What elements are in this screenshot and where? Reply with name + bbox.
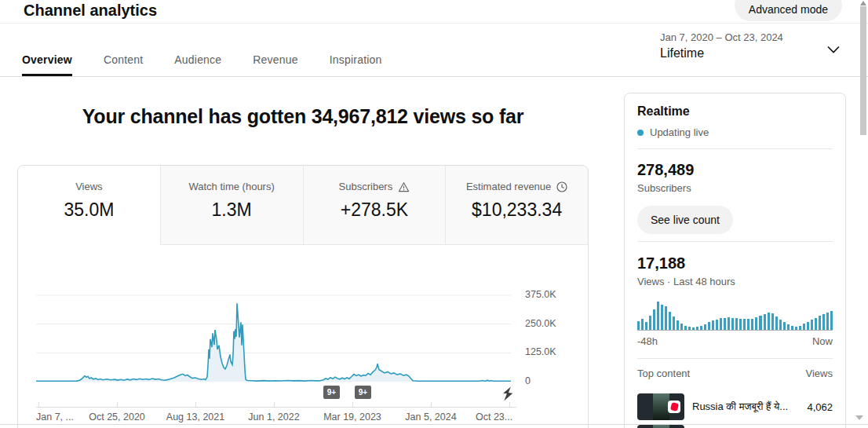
views-line-chart[interactable]	[36, 284, 511, 382]
realtime-bar	[688, 327, 691, 330]
metric-label: Estimated revenue	[466, 181, 551, 192]
realtime-bar	[783, 322, 786, 330]
realtime-bar	[739, 319, 742, 330]
realtime-bar	[669, 312, 671, 330]
scrollbar-thumb[interactable]	[860, 6, 866, 135]
date-range-picker[interactable]: Jan 7, 2020 – Oct 23, 2024 Lifetime	[660, 31, 842, 60]
realtime-bar	[716, 320, 718, 330]
realtime-views-label: Views · Last 48 hours	[637, 276, 735, 287]
realtime-bar	[759, 316, 761, 330]
tab-inspiration[interactable]: Inspiration	[330, 53, 382, 76]
x-axis-label: Jun 1, 2022	[248, 412, 299, 423]
realtime-bar	[665, 306, 667, 330]
divider	[637, 241, 833, 242]
tab-overview[interactable]: Overview	[22, 53, 72, 76]
video-views: 4,062	[807, 401, 833, 413]
scrollbar-up-arrow[interactable]	[860, 1, 866, 5]
realtime-bar	[641, 319, 644, 330]
realtime-bar	[720, 318, 722, 330]
live-dot-icon	[637, 130, 644, 136]
y-axis-label: 375.0K	[525, 289, 556, 300]
see-live-count-button[interactable]: See live count	[637, 206, 733, 234]
realtime-bar	[731, 318, 734, 330]
metric-label: Watch time (hours)	[188, 181, 274, 192]
metric-label: Views	[75, 181, 102, 192]
date-range-text: Jan 7, 2020 – Oct 23, 2024	[660, 31, 842, 43]
warning-icon	[398, 181, 410, 192]
realtime-bar	[755, 317, 757, 330]
realtime-bar	[795, 327, 797, 330]
y-axis-label: 0	[525, 375, 531, 386]
realtime-bar	[811, 320, 813, 330]
realtime-bar	[747, 319, 749, 330]
realtime-bar	[787, 324, 790, 330]
top-content-row-partial[interactable]	[637, 425, 833, 428]
realtime-bar	[768, 313, 770, 330]
realtime-bar	[692, 327, 695, 330]
realtime-bar	[673, 316, 675, 330]
shorts-icon[interactable]	[501, 386, 514, 402]
tab-revenue[interactable]: Revenue	[253, 53, 297, 76]
metric-card-subscribers[interactable]: Subscribers+278.5K	[303, 166, 446, 245]
realtime-bar	[637, 321, 640, 330]
realtime-bar	[728, 317, 730, 330]
realtime-bar	[791, 326, 793, 330]
realtime-bar	[708, 322, 710, 330]
tab-audience[interactable]: Audience	[174, 53, 221, 76]
headline: Your channel has gotten 34,967,812 views…	[17, 105, 589, 128]
metric-value: $10,233.34	[472, 199, 562, 221]
realtime-bar	[677, 320, 679, 330]
video-thumbnail[interactable]	[637, 425, 684, 428]
chart-event-badge[interactable]: 9+	[323, 386, 340, 399]
metric-value: 35.0M	[64, 199, 114, 221]
realtime-bar-chart[interactable]	[637, 300, 833, 331]
metric-card-views[interactable]: Views35.0M	[18, 166, 160, 245]
realtime-card: Realtime Updating live 278,489 Subscribe…	[624, 93, 846, 428]
realtime-bar	[653, 309, 655, 330]
advanced-mode-button[interactable]: Advanced mode	[735, 0, 842, 21]
video-thumbnail[interactable]	[637, 393, 684, 420]
scroll-caret-icon	[855, 415, 863, 420]
y-axis-label: 250.0K	[525, 318, 556, 329]
divider	[637, 148, 833, 149]
realtime-status-label: Updating live	[650, 126, 709, 138]
realtime-bar	[764, 314, 766, 330]
metric-strip: Views35.0MWatch time (hours)1.3MSubscrib…	[18, 166, 588, 245]
realtime-bar	[657, 302, 659, 330]
x-axis-label: Oct 23...	[476, 412, 512, 423]
y-axis-label: 125.0K	[525, 346, 556, 357]
realtime-status: Updating live	[637, 126, 709, 138]
realtime-bar	[799, 326, 801, 330]
divider	[637, 358, 833, 359]
overview-analytics-card: Views35.0MWatch time (hours)1.3MSubscrib…	[17, 165, 589, 428]
realtime-bar	[743, 319, 746, 330]
realtime-bar	[775, 316, 778, 330]
clock-icon	[556, 181, 567, 192]
realtime-bar	[819, 316, 821, 330]
realtime-title: Realtime	[637, 104, 690, 119]
axis-left-label: -48h	[637, 335, 658, 347]
chart-event-badge[interactable]: 9+	[355, 386, 371, 399]
viewport-bottom-edge	[0, 424, 868, 425]
x-axis-label: Oct 25, 2020	[89, 412, 145, 423]
top-content-list: Russia की मजबूरी हैं ये...4,062	[637, 393, 833, 428]
tab-content[interactable]: Content	[104, 53, 143, 76]
video-title: Russia की मजबूरी हैं ये...	[684, 401, 807, 413]
top-content-header: Top content Views	[637, 368, 833, 379]
realtime-views-count: 17,188	[637, 254, 685, 273]
metric-card-watch-time-hours[interactable]: Watch time (hours)1.3M	[160, 166, 303, 245]
metric-value: 1.3M	[212, 199, 252, 221]
realtime-bar	[771, 313, 774, 330]
page-title: Channel analytics	[24, 2, 157, 20]
x-axis-label: Mar 19, 2023	[323, 412, 381, 423]
metric-card-estimated-revenue[interactable]: Estimated revenue$10,233.34	[445, 166, 588, 245]
x-axis-label: Aug 13, 2021	[166, 412, 224, 423]
metric-value: +278.5K	[341, 199, 408, 221]
realtime-bar	[724, 318, 726, 330]
realtime-subscribers-label: Subscribers	[637, 182, 691, 194]
realtime-bar	[822, 314, 825, 330]
metric-label: Subscribers	[339, 181, 393, 192]
top-content-row[interactable]: Russia की मजबूरी हैं ये...4,062	[637, 393, 833, 420]
realtime-bar	[680, 324, 683, 330]
x-axis-label: Jan 5, 2024	[405, 412, 456, 423]
